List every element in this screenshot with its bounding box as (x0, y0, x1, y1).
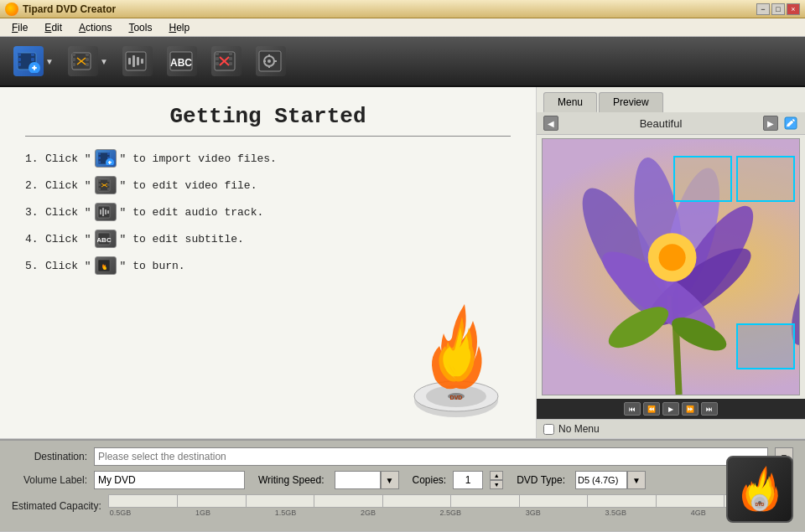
svg-rect-16 (86, 63, 89, 66)
step2-icon (95, 176, 117, 194)
bottom-bar: Destination: ▼ Volume Label: Writing Spe… (0, 439, 805, 531)
toolbar: ▼ ▼ (0, 37, 805, 87)
no-menu-label[interactable]: No Menu (558, 423, 600, 435)
writing-speed-dropdown[interactable]: ▼ (381, 471, 399, 489)
window-controls: − □ × (756, 3, 800, 15)
tab-preview[interactable]: Preview (599, 92, 663, 112)
svg-rect-30 (229, 52, 232, 55)
volume-label: Volume Label: (12, 474, 87, 486)
thumbnail-box-3 (736, 323, 795, 369)
copies-input[interactable] (453, 471, 483, 489)
svg-rect-51 (109, 161, 111, 164)
no-menu-checkbox[interactable] (543, 424, 554, 435)
edit-video-icon (68, 46, 98, 76)
svg-rect-57 (107, 183, 110, 186)
destination-row: Destination: ▼ (12, 447, 793, 466)
subtitle-button[interactable]: ABC (162, 42, 202, 80)
prev-menu-button[interactable]: ◀ (543, 116, 558, 131)
preview-tabs: Menu Preview (537, 87, 805, 112)
capacity-bar (108, 494, 793, 508)
svg-rect-65 (107, 210, 109, 214)
destination-label: Destination: (12, 451, 87, 462)
preview-controls: ⏮ ⏪ ▶ ⏩ ⏭ (537, 399, 805, 419)
tab-menu[interactable]: Menu (543, 92, 597, 112)
svg-rect-64 (105, 209, 106, 214)
add-media-icon (13, 46, 44, 76)
svg-rect-29 (216, 62, 219, 65)
menu-actions[interactable]: Actions (70, 20, 120, 35)
skip-back-button[interactable]: ⏮ (624, 402, 641, 416)
svg-rect-54 (98, 183, 101, 186)
restore-button[interactable]: □ (771, 3, 785, 15)
svg-rect-11 (72, 53, 75, 56)
settings-button[interactable] (251, 42, 291, 80)
preview-canvas (542, 138, 800, 395)
close-button[interactable]: × (787, 3, 800, 15)
no-menu-row: No Menu (537, 419, 805, 438)
add-media-button[interactable]: ▼ (8, 42, 59, 80)
svg-rect-1 (18, 53, 21, 56)
dvd-type-display: D5 (4.7G) (575, 471, 627, 489)
menu-help[interactable]: Help (160, 20, 198, 35)
preview-panel: Menu Preview ◀ Beautiful ▶ (537, 87, 805, 439)
step-2: 2. Click " " to edit video file. (25, 176, 511, 194)
svg-rect-9 (34, 65, 35, 70)
audio-icon (122, 46, 153, 76)
menu-file[interactable]: File (3, 20, 36, 35)
volume-row: Volume Label: Writing Speed: ▼ Copies: ▲… (12, 471, 793, 489)
main-area: Getting Started 1. Click " " (0, 87, 805, 439)
subtitle-icon: ABC (167, 46, 197, 76)
svg-rect-3 (18, 63, 21, 66)
volume-input[interactable] (94, 471, 245, 489)
svg-rect-2 (18, 58, 21, 61)
fast-forward-button[interactable]: ⏩ (682, 402, 699, 416)
edit-menu-icon[interactable] (783, 116, 798, 131)
add-media-dropdown-arrow: ▼ (45, 57, 54, 66)
delete-button[interactable] (206, 42, 247, 80)
writing-speed-label: Writing Speed: (258, 474, 325, 486)
step1-icon (95, 149, 117, 168)
dvd-type-label: DVD Type: (517, 474, 565, 486)
thumbnail-box-2 (736, 156, 795, 202)
app-icon (5, 3, 18, 16)
svg-rect-14 (86, 53, 89, 56)
step-1: 1. Click " " to import video files. (25, 149, 511, 168)
copies-down-button[interactable]: ▼ (490, 480, 503, 489)
svg-text:ABC: ABC (170, 57, 192, 69)
settings-icon (256, 46, 286, 76)
burn-button[interactable]: DVD (726, 456, 793, 523)
copies-spinner: ▲ ▼ (490, 471, 503, 489)
estimated-capacity-label: Estimated Capacity: (12, 500, 101, 512)
rewind-button[interactable]: ⏪ (643, 402, 660, 416)
svg-rect-39 (268, 65, 270, 68)
skip-forward-button[interactable]: ⏭ (701, 402, 718, 416)
svg-rect-4 (31, 53, 34, 56)
capacity-labels: 0.5GB 1GB 1.5GB 2GB 2.5GB 3GB 3.5GB 4GB … (108, 509, 793, 517)
audio-button[interactable] (117, 42, 158, 80)
svg-rect-45 (98, 161, 101, 163)
svg-rect-43 (98, 152, 101, 155)
step4-icon: ABC (95, 230, 117, 248)
capacity-bar-container: 0.5GB 1GB 1.5GB 2GB 2.5GB 3GB 3.5GB 4GB … (108, 494, 793, 517)
play-button[interactable]: ▶ (662, 402, 679, 416)
next-menu-button[interactable]: ▶ (763, 116, 778, 131)
step3-icon (95, 203, 117, 221)
edit-video-dropdown-arrow: ▼ (100, 57, 108, 66)
dvd-type-dropdown[interactable]: ▼ (627, 471, 646, 489)
minimize-button[interactable]: − (756, 3, 770, 15)
menu-navigation: ◀ Beautiful ▶ (537, 112, 805, 135)
destination-input[interactable] (94, 447, 768, 466)
svg-rect-41 (274, 60, 277, 62)
step-4: 4. Click " ABC " to edit subtitle. (25, 230, 511, 248)
edit-video-button[interactable]: ▼ (63, 42, 113, 80)
svg-point-86 (659, 244, 686, 271)
delete-icon (211, 46, 242, 76)
svg-rect-40 (263, 60, 266, 62)
svg-rect-62 (100, 209, 101, 214)
flame-dvd-illustration: DVD (402, 287, 511, 421)
thumbnail-box-1 (673, 156, 732, 202)
capacity-row: Estimated Capacity: 0.5GB 1GB 1.5GB 2GB … (12, 494, 793, 517)
menu-edit[interactable]: Edit (36, 20, 70, 35)
menu-tools[interactable]: Tools (120, 20, 160, 35)
copies-up-button[interactable]: ▲ (490, 471, 503, 480)
